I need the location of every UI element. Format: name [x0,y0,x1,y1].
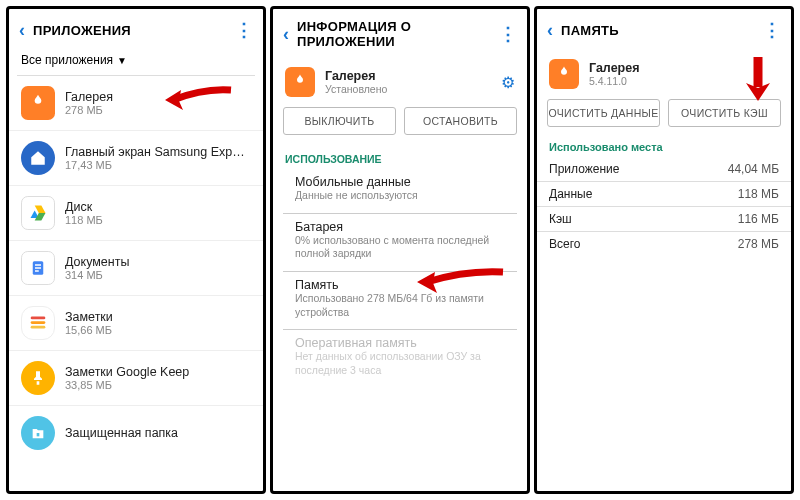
home-icon [21,141,55,175]
page-title: ИНФОРМАЦИЯ О ПРИЛОЖЕНИИ [297,19,491,49]
app-row[interactable]: Главный экран Samsung Experie.. 17,43 МБ [9,131,263,186]
back-icon[interactable]: ‹ [547,20,553,41]
storage-val: 44,04 МБ [728,162,779,176]
clear-data-button[interactable]: ОЧИСТИТЬ ДАННЫЕ [547,99,660,127]
app-name: Заметки [65,310,251,324]
row-label: Мобильные данные [295,175,505,189]
app-row[interactable]: Документы 314 МБ [9,241,263,296]
notes-icon [21,306,55,340]
row-mobile-data[interactable]: Мобильные данные Данные не используются [283,169,517,214]
keep-icon [21,361,55,395]
row-sub: Нет данных об использовании ОЗУ за после… [295,350,505,377]
row-label: Батарея [295,220,505,234]
app-name: Галерея [589,61,779,75]
svg-rect-7 [37,433,40,436]
header: ‹ ПАМЯТЬ ⋮ [537,9,791,49]
app-row-gallery[interactable]: Галерея 278 МБ [9,76,263,131]
action-buttons: ОЧИСТИТЬ ДАННЫЕ ОЧИСТИТЬ КЭШ [537,99,791,137]
storage-row: Приложение 44,04 МБ [537,157,791,182]
gallery-icon [549,59,579,89]
apps-list: Галерея 278 МБ Главный экран Samsung Exp… [9,76,263,491]
install-status: Установлено [325,83,491,95]
storage-row: Всего 278 МБ [537,232,791,256]
row-sub: Данные не используются [295,189,505,203]
app-row[interactable]: Заметки Google Keep 33,85 МБ [9,351,263,406]
gallery-icon [21,86,55,120]
storage-key: Данные [549,187,592,201]
docs-icon [21,251,55,285]
clear-cache-button[interactable]: ОЧИСТИТЬ КЭШ [668,99,781,127]
storage-key: Приложение [549,162,619,176]
app-name: Галерея [65,90,251,104]
filter-label: Все приложения [21,53,113,67]
app-name: Заметки Google Keep [65,365,251,379]
page-title: ПРИЛОЖЕНИЯ [33,23,227,38]
storage-key: Всего [549,237,580,251]
row-label: Память [295,278,505,292]
storage-val: 118 МБ [738,187,779,201]
app-version: 5.4.11.0 [589,75,779,87]
force-stop-button[interactable]: ОСТАНОВИТЬ [404,107,517,135]
row-ram[interactable]: Оперативная память Нет данных об использ… [283,330,517,387]
app-row[interactable]: Заметки 15,66 МБ [9,296,263,351]
app-name: Главный экран Samsung Experie.. [65,145,251,159]
app-size: 17,43 МБ [65,159,251,171]
more-icon[interactable]: ⋮ [235,19,253,41]
app-header: Галерея Установлено ⚙ [273,57,527,107]
app-name: Документы [65,255,251,269]
svg-rect-2 [35,267,41,269]
header: ‹ ИНФОРМАЦИЯ О ПРИЛОЖЕНИИ ⋮ [273,9,527,57]
gear-icon[interactable]: ⚙ [501,73,515,92]
app-size: 15,66 МБ [65,324,251,336]
svg-rect-5 [31,321,46,324]
row-battery[interactable]: Батарея 0% использовано с момента послед… [283,214,517,272]
app-name: Диск [65,200,251,214]
back-icon[interactable]: ‹ [19,20,25,41]
row-storage[interactable]: Память Использовано 278 МБ/64 Гб из памя… [283,272,517,330]
storage-val: 278 МБ [738,237,779,251]
back-icon[interactable]: ‹ [283,24,289,45]
more-icon[interactable]: ⋮ [763,19,781,41]
app-name: Галерея [325,69,491,83]
app-size: 118 МБ [65,214,251,226]
app-size: 33,85 МБ [65,379,251,391]
app-size: 278 МБ [65,104,251,116]
chevron-down-icon: ▼ [117,55,127,66]
app-header: Галерея 5.4.11.0 [537,49,791,99]
screen-apps-list: ‹ ПРИЛОЖЕНИЯ ⋮ Все приложения ▼ Галерея … [6,6,266,494]
header: ‹ ПРИЛОЖЕНИЯ ⋮ [9,9,263,49]
secure-folder-icon [21,416,55,450]
app-size: 314 МБ [65,269,251,281]
app-row[interactable]: Защищенная папка [9,406,263,460]
more-icon[interactable]: ⋮ [499,23,517,45]
app-row[interactable]: Диск 118 МБ [9,186,263,241]
action-buttons: ВЫКЛЮЧИТЬ ОСТАНОВИТЬ [273,107,527,145]
screen-app-info: ‹ ИНФОРМАЦИЯ О ПРИЛОЖЕНИИ ⋮ Галерея Уста… [270,6,530,494]
row-sub: 0% использовано с момента последней полн… [295,234,505,261]
storage-row: Данные 118 МБ [537,182,791,207]
disable-button[interactable]: ВЫКЛЮЧИТЬ [283,107,396,135]
svg-rect-4 [31,317,46,320]
gallery-icon [285,67,315,97]
storage-key: Кэш [549,212,572,226]
row-label: Оперативная память [295,336,505,350]
page-title: ПАМЯТЬ [561,23,755,38]
drive-icon [21,196,55,230]
svg-rect-3 [35,270,39,272]
row-sub: Использовано 278 МБ/64 Гб из памяти устр… [295,292,505,319]
svg-rect-6 [31,326,46,329]
svg-rect-1 [35,264,41,266]
section-used-space: Использовано места [537,137,791,157]
app-name: Защищенная папка [65,426,251,440]
section-usage: ИСПОЛЬЗОВАНИЕ [273,145,527,169]
filter-dropdown[interactable]: Все приложения ▼ [9,49,263,75]
storage-val: 116 МБ [738,212,779,226]
storage-row: Кэш 116 МБ [537,207,791,232]
screen-storage: ‹ ПАМЯТЬ ⋮ Галерея 5.4.11.0 ОЧИСТИТЬ ДАН… [534,6,794,494]
